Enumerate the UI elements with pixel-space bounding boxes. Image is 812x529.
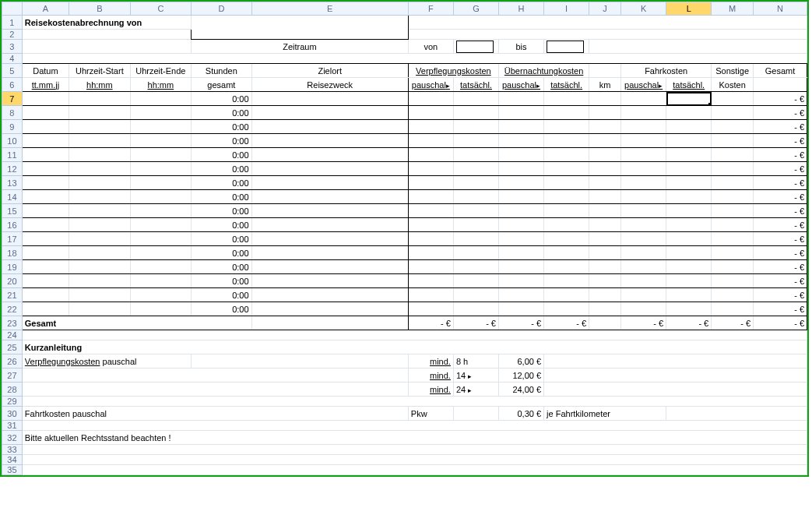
cell-B9[interactable] — [69, 120, 131, 134]
row-8[interactable]: 8 — [2, 106, 23, 120]
cell-K13[interactable] — [621, 176, 666, 190]
cell-I7[interactable] — [544, 92, 589, 106]
cell-C22[interactable] — [130, 302, 192, 316]
row-17[interactable]: 17 — [2, 232, 23, 246]
cell-N14[interactable]: - € — [754, 190, 807, 204]
cell-D20[interactable]: 0:00 — [192, 274, 251, 288]
cell-H12[interactable] — [498, 162, 543, 176]
cell-F18[interactable] — [408, 246, 453, 260]
row-2[interactable]: 2 — [2, 30, 23, 40]
col-H[interactable]: H — [498, 2, 543, 16]
cell-M15[interactable] — [712, 204, 754, 218]
cell-J11[interactable] — [589, 148, 621, 162]
row-6[interactable]: 6 — [2, 78, 23, 92]
von-input[interactable] — [453, 40, 498, 54]
row-12[interactable]: 12 — [2, 162, 23, 176]
cell-L12[interactable] — [666, 162, 712, 176]
cell-F19[interactable] — [408, 260, 453, 274]
cell-H16[interactable] — [498, 218, 543, 232]
cell-D9[interactable]: 0:00 — [192, 120, 251, 134]
cell-H8[interactable] — [498, 106, 543, 120]
row-31[interactable]: 31 — [2, 421, 23, 431]
cell-G11[interactable] — [453, 148, 498, 162]
cell-H20[interactable] — [498, 274, 543, 288]
cell-C17[interactable] — [130, 232, 192, 246]
cell-D19[interactable]: 0:00 — [192, 260, 251, 274]
cell-L16[interactable] — [666, 218, 712, 232]
cell-A20[interactable] — [22, 274, 69, 288]
cell-M20[interactable] — [712, 274, 754, 288]
cell-I10[interactable] — [544, 134, 589, 148]
cell-B11[interactable] — [69, 148, 131, 162]
cell-F12[interactable] — [408, 162, 453, 176]
cell-K21[interactable] — [621, 288, 666, 302]
row-20[interactable]: 20 — [2, 274, 23, 288]
cell-N20[interactable]: - € — [754, 274, 807, 288]
cell-D17[interactable]: 0:00 — [192, 232, 251, 246]
cell-H9[interactable] — [498, 120, 543, 134]
cell-E15[interactable] — [251, 204, 408, 218]
cell-E10[interactable] — [251, 134, 408, 148]
cell-N17[interactable]: - € — [754, 232, 807, 246]
cell-H22[interactable] — [498, 302, 543, 316]
cell-L14[interactable] — [666, 190, 712, 204]
cell-L21[interactable] — [666, 288, 712, 302]
cell-J16[interactable] — [589, 218, 621, 232]
cell-M18[interactable] — [712, 246, 754, 260]
cell-J14[interactable] — [589, 190, 621, 204]
col-F[interactable]: F — [408, 2, 453, 16]
cell-H15[interactable] — [498, 204, 543, 218]
row-11[interactable]: 11 — [2, 148, 23, 162]
cell-M12[interactable] — [712, 162, 754, 176]
col-C[interactable]: C — [130, 2, 192, 16]
cell-D22[interactable]: 0:00 — [192, 302, 251, 316]
cell-E8[interactable] — [251, 106, 408, 120]
cell-E17[interactable] — [251, 232, 408, 246]
cell-J18[interactable] — [589, 246, 621, 260]
cell-H19[interactable] — [498, 260, 543, 274]
cell-M11[interactable] — [712, 148, 754, 162]
cell-J21[interactable] — [589, 288, 621, 302]
cell-G17[interactable] — [453, 232, 498, 246]
cell-E22[interactable] — [251, 302, 408, 316]
cell-N16[interactable]: - € — [754, 218, 807, 232]
cell-C8[interactable] — [130, 106, 192, 120]
cell-B18[interactable] — [69, 246, 131, 260]
row-7[interactable]: 7 — [2, 92, 23, 106]
cell-M13[interactable] — [712, 176, 754, 190]
cell-A22[interactable] — [22, 302, 69, 316]
cell-C15[interactable] — [130, 204, 192, 218]
title-input-box[interactable] — [192, 16, 409, 40]
cell-L13[interactable] — [666, 176, 712, 190]
cell-N7[interactable]: - € — [754, 92, 807, 106]
cell-F8[interactable] — [408, 106, 453, 120]
cell-K18[interactable] — [621, 246, 666, 260]
cell-A16[interactable] — [22, 218, 69, 232]
cell-D13[interactable]: 0:00 — [192, 176, 251, 190]
cell-D14[interactable]: 0:00 — [192, 190, 251, 204]
cell-H18[interactable] — [498, 246, 543, 260]
cell-B12[interactable] — [69, 162, 131, 176]
cell-I13[interactable] — [544, 176, 589, 190]
cell-H17[interactable] — [498, 232, 543, 246]
row-10[interactable]: 10 — [2, 134, 23, 148]
cell-B22[interactable] — [69, 302, 131, 316]
cell-G22[interactable] — [453, 302, 498, 316]
col-M[interactable]: M — [712, 2, 754, 16]
cell-C10[interactable] — [130, 134, 192, 148]
cell-M16[interactable] — [712, 218, 754, 232]
cell-M14[interactable] — [712, 190, 754, 204]
row-28[interactable]: 28 — [2, 383, 23, 397]
cell-I11[interactable] — [544, 148, 589, 162]
cell-L10[interactable] — [666, 134, 712, 148]
cell-B8[interactable] — [69, 106, 131, 120]
row-29[interactable]: 29 — [2, 397, 23, 407]
cell-I17[interactable] — [544, 232, 589, 246]
cell-L8[interactable] — [666, 106, 712, 120]
col-D[interactable]: D — [192, 2, 251, 16]
cell-B13[interactable] — [69, 176, 131, 190]
cell-G20[interactable] — [453, 274, 498, 288]
cell-B10[interactable] — [69, 134, 131, 148]
cell-M9[interactable] — [712, 120, 754, 134]
cell-F16[interactable] — [408, 218, 453, 232]
